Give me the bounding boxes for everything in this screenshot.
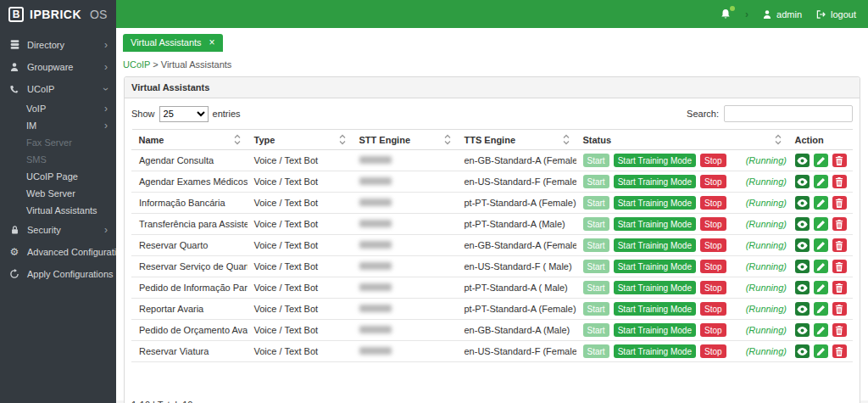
start-training-mode-button[interactable]: Start Training Mode [614,302,696,316]
breadcrumb-current: Virtual Assistants [161,59,232,70]
view-button[interactable] [795,281,810,294]
edit-button[interactable] [814,281,828,294]
sidebar-item-apply-configurations[interactable]: Apply Configurations [0,263,116,285]
stop-button[interactable]: Stop [700,196,726,210]
page-size-select[interactable]: 25 [159,106,209,122]
start-button[interactable]: Start [583,323,609,337]
start-button[interactable]: Start [583,154,609,167]
sidebar-item-virtual-assistants[interactable]: Virtual Assistants [0,202,116,219]
start-button[interactable]: Start [583,302,609,316]
delete-button[interactable] [832,154,847,167]
sidebar-item-ucoip-page[interactable]: UCoIP Page [0,168,116,185]
trash-icon [835,305,843,314]
delete-button[interactable] [832,175,847,188]
sidebar-item-directory[interactable]: Directory › [0,33,116,56]
view-button[interactable] [795,154,810,167]
sidebar-item-advanced-configurations[interactable]: ⚙ Advanced Configurations › [0,241,116,263]
stop-button[interactable]: Stop [700,281,726,294]
start-button[interactable]: Start [583,217,609,231]
search-input[interactable] [724,105,853,122]
sort-icon[interactable] [444,134,451,145]
stop-button[interactable]: Stop [700,238,726,252]
start-training-mode-button[interactable]: Start Training Mode [614,281,696,294]
edit-button[interactable] [814,238,828,252]
view-button[interactable] [795,344,810,358]
delete-button[interactable] [832,281,847,294]
stop-button[interactable]: Stop [700,260,726,273]
view-button[interactable] [795,217,810,231]
view-button[interactable] [795,196,810,210]
close-icon[interactable]: × [209,39,215,47]
tts-engine: en-GB-Standard-A (Male) [458,320,576,341]
sort-icon[interactable] [775,134,782,145]
sidebar-item-security[interactable]: Security › [0,219,116,241]
start-button[interactable]: Start [583,344,609,358]
start-training-mode-button[interactable]: Start Training Mode [614,217,696,231]
view-button[interactable] [795,323,810,337]
delete-button[interactable] [832,217,847,231]
eye-icon [797,283,808,293]
start-button[interactable]: Start [583,281,609,294]
tab-virtual-assistants[interactable]: Virtual Assistants × [123,34,223,52]
breadcrumb-link-ucoip[interactable]: UCoIP [123,59,150,70]
stop-button[interactable]: Stop [700,175,726,188]
logout-button[interactable]: logout [815,9,856,20]
start-training-mode-button[interactable]: Start Training Mode [614,323,696,337]
delete-button[interactable] [832,238,847,252]
delete-button[interactable] [832,196,847,210]
stop-button[interactable]: Stop [700,154,726,167]
edit-button[interactable] [814,217,828,231]
delete-button[interactable] [832,323,847,337]
logo-badge: B [8,7,24,22]
table-row: Pedido de Orçamento Avaria Voice / Text … [132,320,854,341]
delete-button[interactable] [832,260,847,273]
sort-icon[interactable] [563,134,570,145]
stop-button[interactable]: Stop [700,323,726,337]
sidebar-item-groupware[interactable]: Groupware › [0,56,116,78]
tts-engine: en-GB-Standard-A (Female) [458,150,576,171]
edit-button[interactable] [814,260,828,273]
chevron-right-icon: › [104,41,108,49]
stop-button[interactable]: Stop [700,302,726,316]
start-button[interactable]: Start [583,260,609,273]
start-training-mode-button[interactable]: Start Training Mode [614,238,696,252]
panel-title: Virtual Assistants [125,77,860,98]
sidebar-item-voip[interactable]: VoIP › [0,100,116,117]
stop-button[interactable]: Stop [700,344,726,358]
start-training-mode-button[interactable]: Start Training Mode [614,175,696,188]
eye-icon [797,326,808,335]
sidebar-item-web-server[interactable]: Web Server [0,185,116,202]
sort-icon[interactable] [339,134,346,145]
delete-button[interactable] [832,302,847,316]
virtual-assistants-panel: Virtual Assistants Show 25 entries Searc… [124,76,860,403]
start-button[interactable]: Start [583,196,609,210]
edit-button[interactable] [814,175,828,188]
edit-button[interactable] [814,154,828,167]
sort-icon[interactable] [234,134,241,145]
start-training-mode-button[interactable]: Start Training Mode [614,344,696,358]
logo: B IPBRICK OS [0,0,116,28]
edit-button[interactable] [814,196,828,210]
sidebar-item-ucoip[interactable]: UCoIP › [0,78,116,100]
stop-button[interactable]: Stop [700,217,726,231]
start-training-mode-button[interactable]: Start Training Mode [614,154,696,167]
user-menu[interactable]: admin [762,9,802,20]
view-button[interactable] [795,302,810,316]
edit-button[interactable] [814,344,828,358]
edit-button[interactable] [814,323,828,337]
sidebar-item-im[interactable]: IM › [0,117,116,134]
delete-button[interactable] [832,344,847,358]
start-button[interactable]: Start [583,175,609,188]
assistant-name: Reservar Viatura [132,341,248,362]
running-status: (Running) [746,198,787,208]
view-button[interactable] [795,260,810,273]
start-training-mode-button[interactable]: Start Training Mode [614,196,696,210]
view-button[interactable] [795,238,810,252]
notifications-button[interactable] [720,8,732,20]
view-button[interactable] [795,175,810,188]
chevron-right-icon[interactable]: › [745,8,748,20]
start-button[interactable]: Start [583,238,609,252]
edit-button[interactable] [814,302,828,316]
sidebar-item-sms: SMS [0,151,116,168]
start-training-mode-button[interactable]: Start Training Mode [614,260,696,273]
